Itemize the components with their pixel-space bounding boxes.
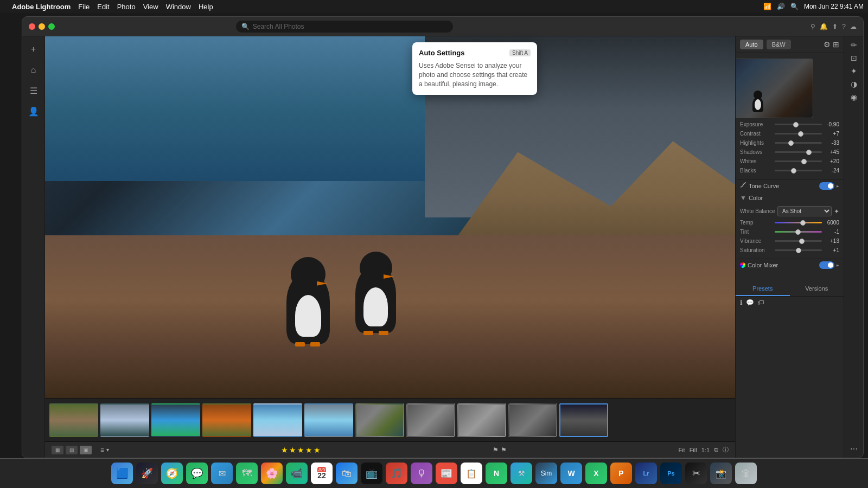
blacks-track[interactable] xyxy=(775,170,822,171)
flag-2[interactable]: ⚑ xyxy=(501,446,507,454)
search-menu-icon[interactable]: 🔍 xyxy=(790,3,799,10)
dock-simulator[interactable]: Sim xyxy=(535,463,557,484)
saturation-track[interactable] xyxy=(775,249,822,251)
vibrance-thumb[interactable] xyxy=(799,239,805,244)
info-toggle[interactable]: ⓘ xyxy=(723,446,729,454)
compare-icon[interactable]: ⧉ xyxy=(714,446,718,453)
right-panel-redeye-icon[interactable]: ◉ xyxy=(851,93,857,101)
sort-chevron[interactable]: ▾ xyxy=(106,447,109,453)
dock-numbers[interactable]: N xyxy=(486,463,507,484)
dock-capture[interactable]: 📸 xyxy=(710,463,732,484)
sidebar-people-icon[interactable]: 👤 xyxy=(25,102,42,120)
tint-track[interactable] xyxy=(775,231,822,233)
right-panel-edit-icon[interactable]: ✏ xyxy=(851,41,857,49)
dock-lightroom[interactable]: Lr xyxy=(635,463,657,484)
star-1[interactable]: ★ xyxy=(281,446,288,454)
shadows-thumb[interactable] xyxy=(806,150,812,155)
tag-icon[interactable]: 🏷 xyxy=(757,299,764,306)
ratio-btn[interactable]: 1:1 xyxy=(701,447,710,453)
maximize-button[interactable] xyxy=(48,23,55,30)
dock-mail[interactable]: ✉ xyxy=(211,463,233,484)
thumbnail-6[interactable] xyxy=(304,403,353,437)
presets-tab[interactable]: Presets xyxy=(736,282,790,296)
wb-select[interactable]: As Shot xyxy=(777,206,832,216)
dock-excel[interactable]: X xyxy=(585,463,607,484)
exposure-track[interactable] xyxy=(775,124,822,125)
color-mixer-section[interactable]: Color Mixer ▸ xyxy=(736,259,844,271)
highlights-track[interactable] xyxy=(775,142,822,144)
menu-view[interactable]: View xyxy=(143,3,158,11)
dock-word[interactable]: W xyxy=(560,463,582,484)
view-grid-btn[interactable]: ▦ xyxy=(52,446,63,454)
color-mixer-chevron[interactable]: ▸ xyxy=(837,262,839,268)
thumbnail-8[interactable] xyxy=(406,403,455,437)
view-list-btn[interactable]: ▤ xyxy=(66,446,78,454)
dock-music[interactable]: 🎵 xyxy=(386,463,407,484)
flag-1[interactable]: ⚑ xyxy=(493,446,499,454)
tone-curve-chevron[interactable]: ▸ xyxy=(837,183,839,189)
baw-tab-btn[interactable]: B&W xyxy=(767,40,791,49)
eyedropper-icon[interactable]: ✦ xyxy=(834,208,839,215)
cloud-icon[interactable]: ☁ xyxy=(850,23,857,30)
tone-curve-section[interactable]: Tone Curve ▸ xyxy=(736,179,844,192)
sort-icon[interactable]: ≡ xyxy=(100,446,104,454)
dock-photos[interactable]: 🌸 xyxy=(261,463,283,484)
color-section-header[interactable]: ▼ Color xyxy=(736,192,844,204)
shadows-track[interactable] xyxy=(775,151,822,153)
menu-window[interactable]: Window xyxy=(166,3,191,11)
highlights-thumb[interactable] xyxy=(788,140,794,146)
filter-icon[interactable]: ⚲ xyxy=(810,23,815,30)
dock-maps[interactable]: 🗺 xyxy=(236,463,258,484)
help-icon[interactable]: ? xyxy=(842,23,846,30)
thumbnail-4[interactable] xyxy=(202,403,251,437)
tint-thumb[interactable] xyxy=(795,229,801,235)
adjust-icon[interactable]: ⚙ xyxy=(824,40,831,49)
exposure-thumb[interactable] xyxy=(793,122,799,127)
dock-podcasts[interactable]: 🎙 xyxy=(411,463,432,484)
menu-edit[interactable]: Edit xyxy=(97,3,109,11)
dock-photoshop[interactable]: Ps xyxy=(660,463,682,484)
menu-file[interactable]: File xyxy=(78,3,90,11)
view-single-btn[interactable]: ▣ xyxy=(80,446,92,454)
fill-btn[interactable]: Fill xyxy=(690,447,697,453)
star-4[interactable]: ★ xyxy=(305,446,312,454)
auto-tab-btn[interactable]: Auto xyxy=(740,40,763,49)
thumbnail-7[interactable] xyxy=(355,403,404,437)
right-panel-crop-icon[interactable]: ⊡ xyxy=(851,54,857,62)
grid-icon[interactable]: ⊞ xyxy=(833,40,839,49)
thumbnail-2[interactable] xyxy=(100,403,149,437)
whites-track[interactable] xyxy=(775,160,822,162)
right-panel-mask-icon[interactable]: ◑ xyxy=(851,80,857,88)
notification-icon[interactable]: 🔔 xyxy=(820,23,828,30)
dock-messages[interactable]: 💬 xyxy=(186,463,208,484)
star-3[interactable]: ★ xyxy=(297,446,304,454)
thumbnail-10[interactable] xyxy=(508,403,557,437)
dock-xcode[interactable]: ⚒ xyxy=(510,463,532,484)
dock-trash[interactable]: 🗑 xyxy=(735,463,757,484)
dock-powerpoint[interactable]: P xyxy=(610,463,632,484)
star-2[interactable]: ★ xyxy=(289,446,296,454)
thumbnail-3[interactable] xyxy=(151,403,200,437)
share-icon[interactable]: ⬆ xyxy=(832,23,838,30)
dock-launchpad[interactable]: 🚀 xyxy=(136,463,158,484)
dock-facetime[interactable]: 📹 xyxy=(286,463,308,484)
contrast-track[interactable] xyxy=(775,133,822,134)
thumbnail-9[interactable] xyxy=(457,403,506,437)
sidebar-home-icon[interactable]: ⌂ xyxy=(25,61,42,79)
color-mixer-switch[interactable] xyxy=(819,261,834,269)
search-bar[interactable]: 🔍 Search All Photos xyxy=(236,21,453,33)
saturation-thumb[interactable] xyxy=(796,248,801,253)
right-panel-heal-icon[interactable]: ✦ xyxy=(851,67,857,75)
dock-calendar[interactable]: JUN 22 xyxy=(311,463,333,484)
contrast-thumb[interactable] xyxy=(798,131,803,137)
right-panel-more-icon[interactable]: ⋯ xyxy=(850,445,858,453)
vibrance-track[interactable] xyxy=(775,240,822,242)
dock-finder[interactable]: 🟦 xyxy=(111,463,133,484)
dock-finalcut[interactable]: ✂ xyxy=(685,463,707,484)
menu-help[interactable]: Help xyxy=(199,3,213,11)
close-button[interactable] xyxy=(29,23,35,30)
thumbnail-1[interactable] xyxy=(49,403,98,437)
thumbnail-11[interactable] xyxy=(559,403,608,437)
dock-news[interactable]: 📰 xyxy=(436,463,457,484)
fit-btn[interactable]: Fit xyxy=(678,447,685,453)
